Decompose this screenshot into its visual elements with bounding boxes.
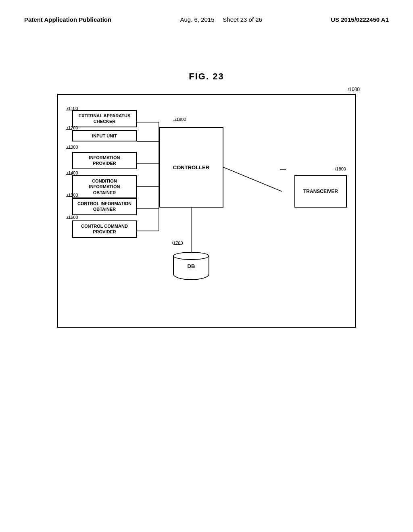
- figure-label: FIG. 23: [0, 71, 413, 82]
- patent-number: US 2015/0222450 A1: [331, 16, 389, 23]
- diagram-container: /1000: [49, 94, 364, 328]
- publication-label: Patent Application Publication: [24, 16, 111, 23]
- publication-date: Aug. 6, 2015: [180, 16, 214, 23]
- db-top: [173, 252, 209, 260]
- box-control-command-provider: CONTROL COMMANDPROVIDER: [72, 220, 137, 238]
- box-information-provider: INFORMATIONPROVIDER: [72, 152, 137, 169]
- controller-box: CONTROLLER: [159, 127, 223, 208]
- db-container: DB: [173, 252, 209, 280]
- outer-box: /1100 /1200 /1300 /1400 /1500 /1600 EXTE…: [57, 94, 356, 328]
- db-label: DB: [173, 263, 209, 269]
- ref-1400: /1400: [67, 170, 78, 175]
- date-sheet: Aug. 6, 2015 Sheet 23 of 26: [180, 16, 262, 23]
- ref-1600: /1600: [67, 215, 78, 220]
- box-control-information-obtainer: CONTROL INFORMATIONOBTAINER: [72, 198, 137, 215]
- box-condition-information-obtainer: CONDITION INFORMATIONOBTAINER: [72, 175, 137, 198]
- page-header: Patent Application Publication Aug. 6, 2…: [0, 0, 413, 23]
- outer-ref-label: /1000: [348, 87, 360, 92]
- box-input-unit: INPUT UNIT: [72, 130, 137, 141]
- ref-1800: /1800: [335, 166, 346, 171]
- db-cylinder: DB: [173, 252, 209, 280]
- box-external-apparatus-checker: EXTERNAL APPARATUSCHECKER: [72, 110, 137, 127]
- ref-1900: /1900: [175, 117, 186, 122]
- sheet-number: Sheet 23 of 26: [223, 16, 262, 23]
- svg-line-8: [223, 167, 282, 191]
- transceiver-box: TRANSCEIVER: [294, 175, 347, 208]
- ref-1700: /1700: [172, 241, 183, 245]
- ref-1300: /1300: [67, 145, 78, 150]
